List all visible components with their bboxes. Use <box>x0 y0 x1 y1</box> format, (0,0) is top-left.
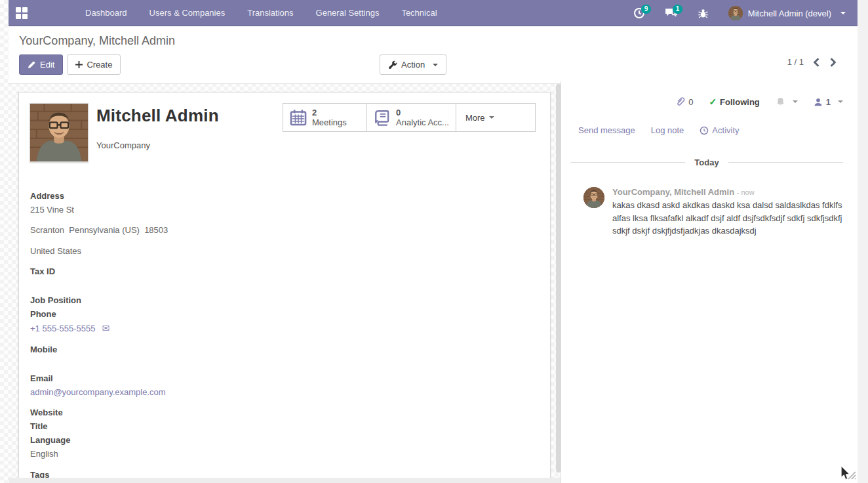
email-link[interactable]: admin@yourcompany.example.com <box>30 387 166 397</box>
pencil-icon <box>28 60 36 69</box>
systray: 9 1 <box>627 0 852 26</box>
analytic-count: 0 <box>396 108 449 117</box>
attachments-count: 0 <box>688 97 693 107</box>
create-button[interactable]: Create <box>67 54 121 75</box>
activities-badge: 9 <box>641 5 652 14</box>
chatter-topbar: 0 ✓ Following <box>578 96 852 107</box>
meetings-stat-button[interactable]: 2 Meetings <box>283 104 367 131</box>
bug-icon <box>698 8 709 19</box>
horizontal-scrollbar-track <box>9 478 561 483</box>
menu-users-companies[interactable]: Users & Companies <box>141 1 234 25</box>
stat-buttons: 2 Meetings 0 Analytic Ac <box>283 103 536 132</box>
pager-next-button[interactable] <box>829 58 837 67</box>
phone-label: Phone <box>30 309 540 319</box>
job-position-label: Job Position <box>30 295 540 305</box>
top-navbar: Dashboard Users & Companies Translations… <box>9 0 858 26</box>
message-timestamp: - now <box>737 188 755 196</box>
form-view: Mitchell Admin YourCompany <box>9 81 858 483</box>
main-menu-bar: Dashboard Users & Companies Translations… <box>77 1 446 25</box>
pager-previous-button[interactable] <box>813 58 820 67</box>
phone-link[interactable]: +1 555-555-5555 <box>30 324 95 333</box>
action-menu-button[interactable]: Action <box>380 54 446 75</box>
analytic-label: Analytic Acc... <box>396 117 449 127</box>
language-label: Language <box>30 435 540 445</box>
book-icon <box>374 109 391 126</box>
calendar-icon <box>290 109 307 126</box>
resize-grip[interactable] <box>846 469 856 480</box>
email-label: Email <box>30 373 540 383</box>
meetings-label: Meetings <box>312 117 347 127</box>
attachments-button[interactable]: 0 <box>675 96 693 107</box>
following-button[interactable]: ✓ Following <box>709 96 759 107</box>
form-sheet: Mitchell Admin YourCompany <box>18 92 551 478</box>
vertical-scrollbar-track <box>858 0 868 483</box>
grid-icon <box>16 7 28 19</box>
menu-technical[interactable]: Technical <box>393 1 445 25</box>
chatter-actions: Send message Log note Activity <box>578 125 852 135</box>
user-avatar <box>728 6 743 20</box>
analytic-accounts-stat-button[interactable]: 0 Analytic Acc... <box>367 104 456 131</box>
tax-id-label: Tax ID <box>30 266 540 276</box>
pager: 1 / 1 <box>787 57 837 67</box>
schedule-activity-link[interactable]: Activity <box>700 125 739 135</box>
control-panel: YourCompany, Mitchell Admin Edit Create … <box>9 26 858 84</box>
pager-value[interactable]: 1 / 1 <box>787 57 804 67</box>
chatter-message: YourCompany, Mitchell Admin - now kakas … <box>578 187 852 238</box>
check-icon: ✓ <box>709 96 717 107</box>
menu-translations[interactable]: Translations <box>239 1 302 25</box>
messages-badge: 1 <box>673 5 683 14</box>
followers-count: 1 <box>826 97 831 107</box>
mobile-label: Mobile <box>30 345 540 354</box>
phone-field: +1 555-555-5555✉ <box>30 323 540 333</box>
message-author-avatar <box>583 187 604 208</box>
send-message-link[interactable]: Send message <box>578 125 635 135</box>
sms-envelope-icon[interactable]: ✉ <box>102 323 109 333</box>
form-sheet-background: Mitchell Admin YourCompany <box>9 81 561 483</box>
contact-photo <box>30 103 89 162</box>
language-value: English <box>30 449 540 459</box>
chevron-down-icon <box>793 100 798 103</box>
date-separator-label: Today <box>685 158 728 167</box>
chevron-down-icon <box>489 116 494 119</box>
address-country: United States <box>30 246 540 256</box>
debug-button[interactable] <box>691 4 715 23</box>
chevron-down-icon <box>838 100 843 103</box>
activities-button[interactable]: 9 <box>627 3 652 23</box>
field-group: Address 215 Vine St Scranton Pennsylvani… <box>30 191 540 480</box>
address-street: 215 Vine St <box>30 205 540 215</box>
subscription-dropdown[interactable] <box>776 96 798 107</box>
paperclip-icon <box>675 96 685 107</box>
message-author: YourCompany, Mitchell Admin <box>612 187 734 197</box>
title-label: Title <box>30 421 540 431</box>
chevron-down-icon <box>840 12 846 14</box>
chatter: 0 ✓ Following <box>561 81 860 483</box>
plus-icon <box>75 61 83 68</box>
wrench-icon <box>388 60 397 70</box>
address-city-state-zip: Scranton Pennsylvania (US) 18503 <box>30 225 540 235</box>
address-label: Address <box>30 191 540 201</box>
edit-button[interactable]: Edit <box>19 54 63 75</box>
contact-name: Mitchell Admin <box>96 106 219 126</box>
messages-button[interactable]: 1 <box>658 3 684 23</box>
more-stat-dropdown[interactable]: More <box>456 104 535 131</box>
activity-clock-icon <box>700 126 709 135</box>
breadcrumb: YourCompany, Mitchell Admin <box>19 34 847 48</box>
menu-dashboard[interactable]: Dashboard <box>77 1 136 25</box>
title-block: Mitchell Admin YourCompany <box>96 103 219 162</box>
followers-button[interactable]: 1 <box>814 97 843 107</box>
user-menu[interactable]: Mitchell Admin (devel) <box>722 6 852 20</box>
person-icon <box>814 97 823 107</box>
menu-general-settings[interactable]: General Settings <box>307 1 388 25</box>
company-name[interactable]: YourCompany <box>96 140 219 150</box>
apps-menu-icon[interactable] <box>9 0 35 26</box>
odoo-app-window: Dashboard Users & Companies Translations… <box>9 0 858 483</box>
date-separator: Today <box>570 158 843 167</box>
bell-icon <box>776 96 785 107</box>
meetings-count: 2 <box>312 108 347 117</box>
user-name: Mitchell Admin (devel) <box>748 9 831 18</box>
website-label: Website <box>30 408 540 417</box>
chevron-down-icon <box>433 64 438 66</box>
control-panel-buttons: Edit Create Action 1 / 1 <box>19 54 847 75</box>
log-note-link[interactable]: Log note <box>651 125 684 135</box>
message-body: kakas dkasd askd akdkas daskd ksa dalsd … <box>612 199 843 238</box>
